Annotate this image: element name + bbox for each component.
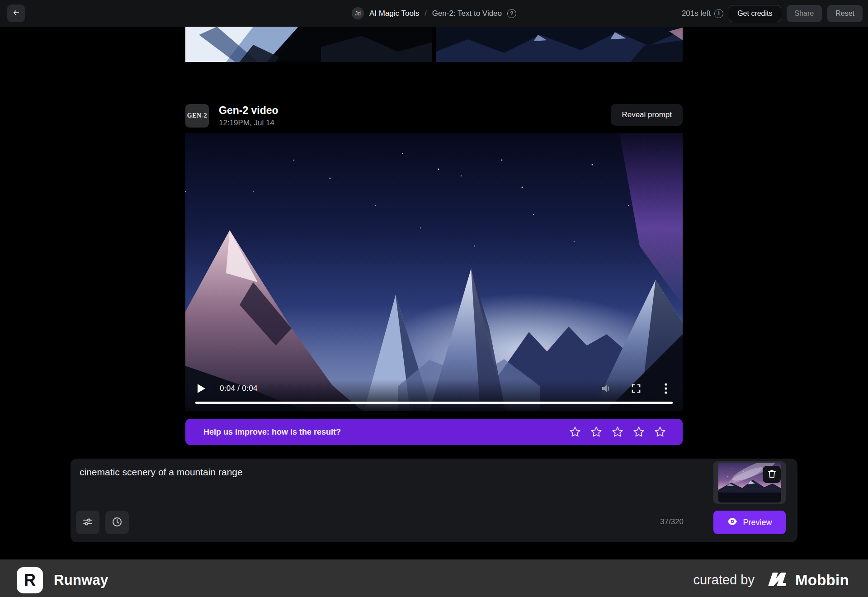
- star-icon[interactable]: [569, 426, 581, 438]
- eye-icon: [727, 517, 738, 528]
- star-rating: [569, 426, 666, 438]
- preview-button-label: Preview: [743, 518, 772, 527]
- result-header: GEN-2 Gen-2 video 12:19PM, Jul 14 Reveal…: [185, 102, 683, 129]
- avatar[interactable]: Jd: [352, 7, 364, 19]
- feedback-banner: Help us improve: how is the result?: [185, 419, 683, 445]
- breadcrumb-root[interactable]: AI Magic Tools: [369, 9, 419, 18]
- settings-button[interactable]: [76, 511, 99, 534]
- reset-button[interactable]: Reset: [827, 5, 863, 22]
- clock-icon: [112, 516, 123, 529]
- footer: R Runway curated by Mobbin: [0, 559, 868, 597]
- prompt-input[interactable]: cinematic scenery of a mountain range: [80, 467, 703, 508]
- topbar: Jd AI Magic Tools / Gen-2: Text to Video…: [0, 0, 868, 27]
- credits-remaining: 201s left i: [682, 9, 723, 18]
- arrow-left-icon: [12, 9, 20, 18]
- previous-video-right[interactable]: [436, 27, 683, 62]
- share-button[interactable]: Share: [787, 5, 822, 22]
- character-counter: 37/320: [660, 517, 684, 526]
- star-icon[interactable]: [590, 426, 603, 438]
- info-icon[interactable]: i: [714, 9, 723, 18]
- fullscreen-icon[interactable]: [629, 382, 643, 395]
- credits-remaining-label: 201s left: [682, 9, 711, 18]
- play-button[interactable]: [195, 383, 207, 394]
- reveal-prompt-button[interactable]: Reveal prompt: [611, 104, 683, 126]
- breadcrumb: Jd AI Magic Tools / Gen-2: Text to Video…: [352, 0, 516, 27]
- more-options-icon[interactable]: [659, 382, 673, 395]
- preview-button[interactable]: Preview: [713, 511, 786, 534]
- video-player[interactable]: 0:04 / 0:04: [185, 133, 683, 411]
- video-progress-bar[interactable]: [195, 402, 673, 404]
- remove-image-button[interactable]: [763, 466, 781, 483]
- runway-brand-name: Runway: [54, 572, 108, 588]
- previous-video-right-frame: [436, 27, 683, 62]
- mobbin-logo-icon: [766, 571, 788, 589]
- star-icon[interactable]: [632, 426, 645, 438]
- gen2-model-icon: GEN-2: [185, 104, 209, 128]
- star-icon[interactable]: [654, 426, 666, 438]
- runway-logo-icon: R: [17, 567, 43, 593]
- mobbin-brand[interactable]: Mobbin: [766, 571, 849, 589]
- previous-video-left-frame: [185, 27, 432, 62]
- runway-brand[interactable]: R Runway: [17, 567, 108, 593]
- back-button[interactable]: [7, 5, 25, 22]
- video-progress-fill: [195, 402, 673, 404]
- video-time: 0:04 / 0:04: [220, 384, 258, 393]
- feedback-question: Help us improve: how is the result?: [203, 427, 341, 437]
- star-icon[interactable]: [611, 426, 624, 438]
- result-title: Gen-2 video: [219, 104, 278, 117]
- previous-results-row: [185, 27, 683, 62]
- trash-icon: [768, 469, 776, 479]
- breadcrumb-current: Gen-2: Text to Video: [432, 9, 502, 18]
- sliders-icon: [82, 516, 93, 529]
- help-icon[interactable]: ?: [507, 9, 516, 18]
- reference-image[interactable]: [713, 461, 786, 504]
- generated-video-frame: [185, 133, 683, 411]
- history-button[interactable]: [105, 511, 129, 534]
- curated-by-label: curated by: [693, 573, 754, 588]
- volume-icon[interactable]: [599, 382, 613, 395]
- previous-video-left[interactable]: [185, 27, 432, 62]
- prompt-composer: cinematic scenery of a mountain range: [71, 459, 797, 542]
- video-controls: 0:04 / 0:04: [185, 380, 683, 397]
- get-credits-button[interactable]: Get credits: [729, 5, 781, 22]
- topbar-actions: 201s left i Get credits Share Reset: [682, 0, 863, 27]
- breadcrumb-separator: /: [425, 9, 426, 18]
- result-timestamp: 12:19PM, Jul 14: [219, 118, 278, 128]
- mobbin-brand-name: Mobbin: [795, 572, 849, 589]
